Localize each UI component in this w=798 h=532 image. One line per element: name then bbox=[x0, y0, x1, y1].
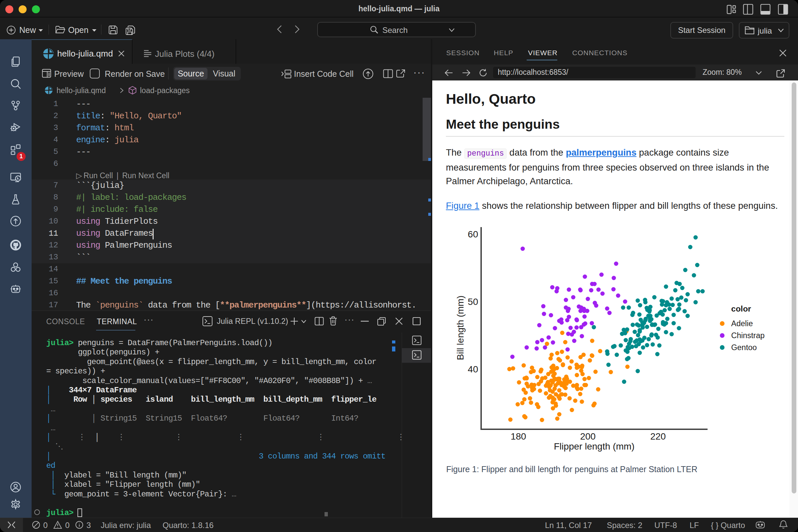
svg-text:50: 50 bbox=[468, 297, 478, 307]
svg-text:60: 60 bbox=[468, 229, 478, 240]
svg-text:color: color bbox=[731, 304, 751, 313]
svg-text:Adelie: Adelie bbox=[731, 319, 753, 328]
svg-text:200: 200 bbox=[580, 431, 596, 441]
svg-text:Chinstrap: Chinstrap bbox=[731, 331, 765, 340]
svg-text:180: 180 bbox=[511, 431, 526, 441]
svg-text:Bill length (mm): Bill length (mm) bbox=[455, 296, 466, 360]
svg-text:Gentoo: Gentoo bbox=[731, 343, 757, 352]
svg-text:220: 220 bbox=[650, 431, 666, 441]
svg-text:Flipper length (mm): Flipper length (mm) bbox=[554, 441, 635, 452]
svg-text:40: 40 bbox=[468, 364, 478, 374]
